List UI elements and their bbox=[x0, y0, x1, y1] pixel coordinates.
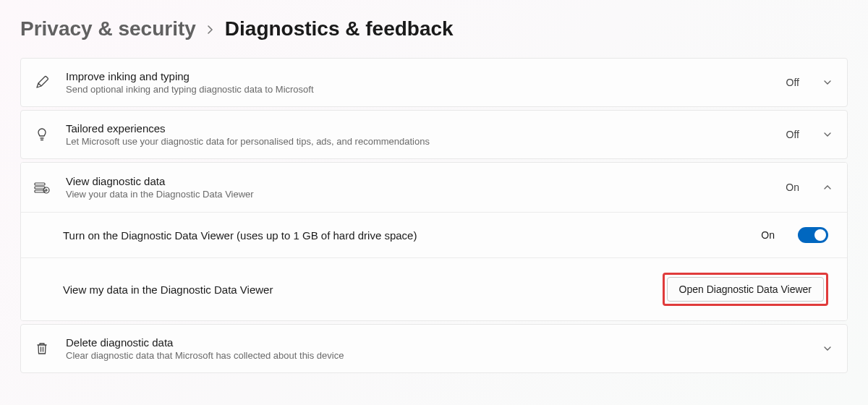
setting-state: Off bbox=[786, 129, 799, 140]
setting-desc: Clear diagnostic data that Microsoft has… bbox=[66, 350, 807, 361]
svg-rect-0 bbox=[35, 183, 45, 185]
viewdata-open-row: View my data in the Diagnostic Data View… bbox=[21, 257, 847, 320]
viewdata-toggle-row: Turn on the Diagnostic Data Viewer (uses… bbox=[21, 212, 847, 257]
pen-icon bbox=[34, 74, 50, 90]
setting-desc: Send optional inking and typing diagnost… bbox=[66, 84, 770, 95]
setting-desc: View your data in the Diagnostic Data Vi… bbox=[66, 189, 770, 200]
setting-desc: Let Microsoft use your diagnostic data f… bbox=[66, 136, 770, 147]
setting-text: View diagnostic data View your data in t… bbox=[66, 175, 770, 200]
toggle-description: Turn on the Diagnostic Data Viewer (uses… bbox=[63, 229, 746, 242]
setting-state: Off bbox=[786, 77, 799, 88]
setting-title: Improve inking and typing bbox=[66, 70, 770, 82]
setting-text: Improve inking and typing Send optional … bbox=[66, 70, 770, 95]
lightbulb-icon bbox=[34, 127, 50, 142]
open-diagnostic-viewer-button[interactable]: Open Diagnostic Data Viewer bbox=[667, 277, 824, 302]
setting-tailored[interactable]: Tailored experiences Let Microsoft use y… bbox=[20, 110, 848, 159]
setting-text: Delete diagnostic data Clear diagnostic … bbox=[66, 336, 807, 361]
setting-delete[interactable]: Delete diagnostic data Clear diagnostic … bbox=[20, 324, 848, 373]
toggle-state-label: On bbox=[761, 229, 775, 241]
setting-title: Delete diagnostic data bbox=[66, 336, 807, 349]
svg-rect-1 bbox=[35, 187, 45, 189]
page-title: Diagnostics & feedback bbox=[225, 17, 454, 40]
settings-list: Improve inking and typing Send optional … bbox=[20, 58, 848, 373]
chevron-down-icon bbox=[822, 129, 833, 140]
setting-viewdata-group: View diagnostic data View your data in t… bbox=[20, 162, 848, 321]
diagnostic-viewer-toggle[interactable] bbox=[798, 227, 828, 243]
breadcrumb: Privacy & security Diagnostics & feedbac… bbox=[20, 17, 848, 40]
setting-title: View diagnostic data bbox=[66, 175, 770, 187]
setting-title: Tailored experiences bbox=[66, 122, 770, 135]
setting-text: Tailored experiences Let Microsoft use y… bbox=[66, 122, 770, 147]
highlight-annotation: Open Diagnostic Data Viewer bbox=[663, 273, 828, 306]
chevron-down-icon bbox=[822, 344, 833, 354]
setting-viewdata[interactable]: View diagnostic data View your data in t… bbox=[21, 163, 847, 212]
chevron-right-icon bbox=[206, 21, 215, 38]
chevron-up-icon bbox=[822, 182, 833, 192]
action-description: View my data in the Diagnostic Data View… bbox=[63, 284, 648, 296]
setting-state: On bbox=[786, 182, 799, 193]
trash-icon bbox=[34, 341, 50, 357]
setting-inking[interactable]: Improve inking and typing Send optional … bbox=[20, 58, 848, 107]
breadcrumb-parent[interactable]: Privacy & security bbox=[20, 17, 196, 40]
chevron-down-icon bbox=[822, 77, 833, 88]
data-viewer-icon bbox=[34, 179, 50, 195]
